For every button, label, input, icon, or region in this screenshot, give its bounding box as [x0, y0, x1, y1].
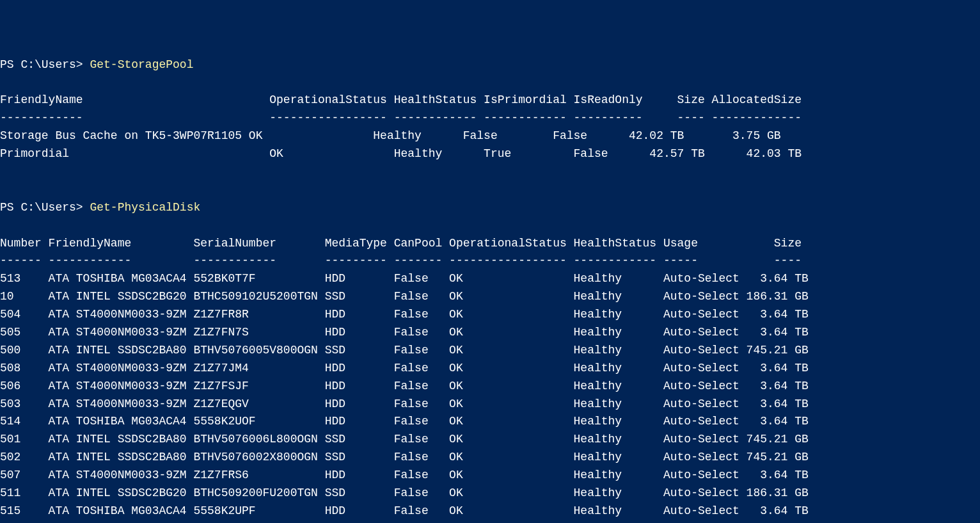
table-row: 504 ATA ST4000NM0033-9ZM Z1Z7FR8R HDD Fa… — [0, 308, 809, 321]
table-row: 507 ATA ST4000NM0033-9ZM Z1Z7FRS6 HDD Fa… — [0, 469, 809, 481]
table-row: 511 ATA INTEL SSDSC2BG20 BTHC509200FU200… — [0, 487, 809, 499]
table-row: 501 ATA INTEL SSDSC2BA80 BTHV5076006L800… — [0, 433, 809, 446]
table-row: 515 ATA TOSHIBA MG03ACA4 5558K2UPF HDD F… — [0, 504, 809, 517]
ps-prompt-2: PS C:\Users> — [0, 201, 90, 214]
physicaldisk-header: Number FriendlyName SerialNumber MediaTy… — [0, 237, 802, 250]
table-row: 505 ATA ST4000NM0033-9ZM Z1Z7FN7S HDD Fa… — [0, 326, 809, 339]
table-row: 502 ATA INTEL SSDSC2BA80 BTHV5076002X800… — [0, 451, 809, 463]
storagepool-header: FriendlyName OperationalStatus HealthSta… — [0, 93, 802, 106]
physicaldisk-divider: ------ ------------ ------------ -------… — [0, 254, 802, 267]
table-row: 10 ATA INTEL SSDSC2BG20 BTHC509102U5200T… — [0, 290, 809, 303]
table-row: 506 ATA ST4000NM0033-9ZM Z1Z7FSJF HDD Fa… — [0, 380, 809, 392]
storagepool-row: Storage Bus Cache on TK5-3WP07R1105 OK H… — [0, 129, 781, 142]
storagepool-divider: ------------ ----------------- ---------… — [0, 111, 802, 124]
cmdlet-get-physicaldisk: Get-PhysicalDisk — [90, 201, 200, 214]
table-row: 508 ATA ST4000NM0033-9ZM Z1Z77JM4 HDD Fa… — [0, 362, 809, 374]
ps-prompt-1: PS C:\Users> — [0, 58, 90, 71]
table-row: 513 ATA TOSHIBA MG03ACA4 552BK0T7F HDD F… — [0, 272, 809, 285]
storagepool-row: Primordial OK Healthy True False 42.57 T… — [0, 147, 802, 160]
table-row: 500 ATA INTEL SSDSC2BA80 BTHV5076005V800… — [0, 344, 809, 357]
cmdlet-get-storagepool: Get-StoragePool — [90, 58, 193, 71]
table-row: 503 ATA ST4000NM0033-9ZM Z1Z7EQGV HDD Fa… — [0, 398, 809, 410]
table-row: 514 ATA TOSHIBA MG03ACA4 5558K2UOF HDD F… — [0, 415, 809, 428]
terminal-output[interactable]: PS C:\Users> Get-StoragePool FriendlyNam… — [0, 56, 980, 523]
